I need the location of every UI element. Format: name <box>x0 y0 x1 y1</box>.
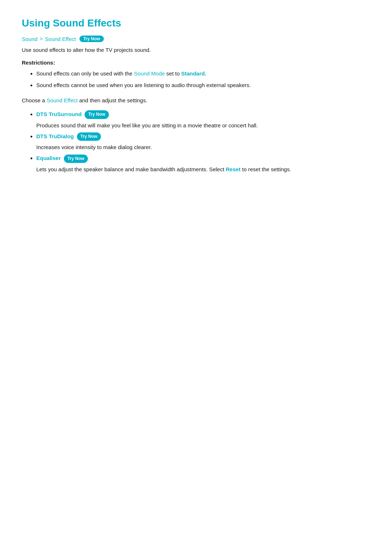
list-item: Equaliser Try Now Lets you adjust the sp… <box>36 154 370 174</box>
page-title: Using Sound Effects <box>22 17 370 29</box>
list-item: DTS TruDialog Try Now Increases voice in… <box>36 132 370 152</box>
dts-trudialog-try-now-badge[interactable]: Try Now <box>77 132 101 141</box>
restriction-2-text: Sound effects cannot be used when you ar… <box>36 82 251 88</box>
effects-list: DTS TruSurround Try Now Produces sound t… <box>22 110 370 174</box>
equaliser-desc-before: Lets you adjust the speaker balance and … <box>36 166 226 172</box>
dts-trusurround-description: Produces sound that will make you feel l… <box>29 121 370 130</box>
choose-sound-effect-link[interactable]: Sound Effect <box>46 97 78 103</box>
restriction-1-text-after: . <box>205 70 206 77</box>
list-item: Sound effects cannot be used when you ar… <box>36 81 370 90</box>
standard-link[interactable]: Standard <box>181 70 205 77</box>
restrictions-list: Sound effects can only be used with the … <box>22 69 370 90</box>
list-item: Sound effects can only be used with the … <box>36 69 370 78</box>
choose-text: Choose a Sound Effect and then adjust th… <box>22 96 370 105</box>
breadcrumb-try-now-badge[interactable]: Try Now <box>79 36 104 42</box>
breadcrumb-separator: > <box>40 36 42 42</box>
choose-text-after: and then adjust the settings. <box>78 97 147 103</box>
equaliser-description: Lets you adjust the speaker balance and … <box>29 165 370 174</box>
restriction-1-text-before: Sound effects can only be used with the <box>36 70 134 77</box>
dts-trudialog-description: Increases voice intensity to make dialog… <box>29 143 370 152</box>
equaliser-desc-after: to reset the settings. <box>241 166 291 172</box>
dts-trusurround-label[interactable]: DTS TruSurround <box>36 111 82 117</box>
equaliser-label[interactable]: Equaliser <box>36 155 61 161</box>
breadcrumb-sound-effect-link[interactable]: Sound Effect <box>45 36 76 42</box>
sound-mode-link[interactable]: Sound Mode <box>134 70 165 77</box>
reset-link[interactable]: Reset <box>226 166 241 172</box>
breadcrumb-sound-link[interactable]: Sound <box>22 36 37 42</box>
dts-trusurround-try-now-badge[interactable]: Try Now <box>85 110 109 119</box>
restriction-1-text-middle: set to <box>165 70 181 77</box>
equaliser-try-now-badge[interactable]: Try Now <box>64 155 88 163</box>
choose-text-before: Choose a <box>22 97 46 103</box>
list-item: DTS TruSurround Try Now Produces sound t… <box>36 110 370 130</box>
breadcrumb: Sound > Sound Effect Try Now <box>22 36 370 42</box>
restrictions-heading: Restrictions: <box>22 59 370 66</box>
intro-text: Use sound effects to alter how the TV pr… <box>22 46 370 54</box>
dts-trudialog-label[interactable]: DTS TruDialog <box>36 133 74 139</box>
